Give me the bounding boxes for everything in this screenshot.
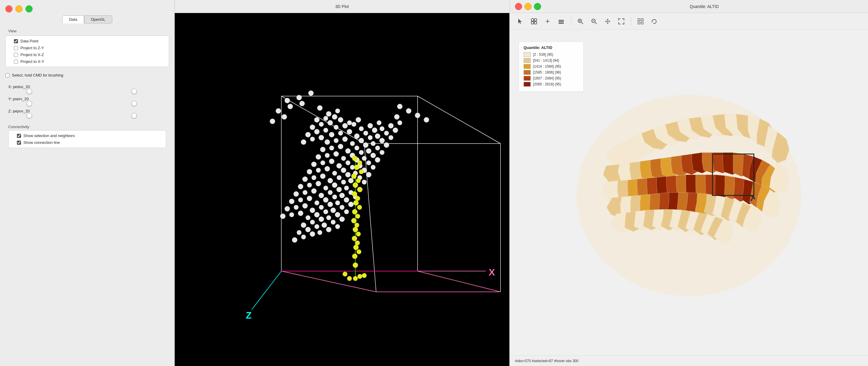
legend-item-0: [2 : 539] (95) (524, 52, 579, 57)
right-minimize-button[interactable] (524, 3, 532, 10)
svg-rect-216 (534, 22, 537, 24)
svg-point-185 (351, 173, 356, 179)
z-slider-right[interactable] (88, 115, 166, 116)
select-icon[interactable] (515, 16, 526, 27)
view-option-project-xy[interactable]: Project to X-Y (6, 58, 169, 65)
svg-point-47 (320, 147, 326, 152)
svg-point-38 (334, 125, 339, 130)
view-checkbox-project-xz[interactable] (14, 53, 18, 57)
connectivity-option-neighbors[interactable]: Show selection and neighbors (8, 132, 166, 139)
legend-item-3: [1585 : 1806] (96) (524, 70, 579, 75)
svg-point-24 (323, 116, 328, 121)
svg-point-111 (319, 205, 324, 210)
right-maximize-button[interactable] (534, 3, 541, 10)
legend-swatch-0 (524, 52, 531, 57)
svg-point-63 (307, 183, 312, 188)
grid-icon[interactable] (635, 16, 646, 27)
maximize-button[interactable] (26, 5, 33, 12)
view-option-project-zy[interactable]: Project to Z-Y (6, 45, 169, 51)
z-slider-left[interactable] (8, 115, 87, 116)
tab-opengl[interactable]: OpenGL (84, 16, 112, 23)
legend-range-4: [1807 : 2084] (95) (533, 76, 561, 80)
svg-line-221 (581, 22, 583, 24)
y-slider-left[interactable] (8, 103, 87, 104)
svg-point-60 (312, 175, 316, 180)
svg-point-49 (338, 144, 343, 149)
map-content[interactable]: Quantile: ALTID [2 : 539] (95) [541 : 14… (510, 30, 868, 355)
refresh-icon[interactable] (649, 16, 659, 27)
svg-marker-228 (607, 23, 609, 24)
tabs-row: Data OpenGL (0, 16, 175, 27)
window-controls (0, 0, 175, 16)
select-checkbox[interactable] (5, 73, 9, 77)
svg-rect-214 (534, 19, 537, 21)
svg-point-108 (323, 197, 329, 203)
svg-point-124 (310, 231, 315, 237)
svg-point-56 (307, 169, 312, 174)
svg-rect-232 (638, 19, 640, 21)
svg-point-86 (345, 148, 351, 153)
x-slider-right[interactable] (88, 91, 166, 92)
pan-icon[interactable] (602, 16, 613, 27)
zoom-in-icon[interactable] (575, 16, 586, 27)
svg-marker-229 (605, 21, 607, 22)
svg-point-161 (327, 215, 331, 220)
svg-point-110 (310, 207, 315, 213)
svg-point-29 (305, 132, 311, 137)
svg-point-22 (335, 109, 340, 113)
zoom-out-icon[interactable] (589, 16, 599, 27)
svg-point-103 (341, 180, 346, 185)
plot-area[interactable]: Z X (175, 13, 509, 366)
legend-range-0: [2 : 539] (95) (533, 53, 553, 57)
svg-point-142 (375, 157, 380, 163)
view-option-project-xz[interactable]: Project to X-Z (6, 51, 169, 58)
svg-point-202 (355, 214, 360, 219)
svg-point-33 (310, 137, 315, 141)
select-cmd-brushing[interactable]: Select, hold CMD for brushing (0, 72, 175, 79)
svg-point-176 (270, 119, 275, 124)
view-option-datapoint[interactable]: Data Point (6, 38, 169, 45)
view-checkbox-project-zy[interactable] (14, 46, 18, 50)
svg-point-123 (301, 234, 306, 240)
view-section-label: View (0, 27, 175, 34)
connectivity-checkbox-connection[interactable] (17, 141, 21, 145)
y-slider-label: Y: pserv_20 (8, 97, 166, 101)
svg-point-148 (366, 172, 371, 177)
svg-point-126 (388, 123, 394, 129)
select-label: Select, hold CMD for brushing (12, 73, 63, 77)
svg-point-203 (354, 223, 359, 227)
x-slider-left[interactable] (8, 91, 87, 92)
close-button[interactable] (5, 5, 12, 12)
svg-point-211 (362, 273, 367, 278)
svg-point-26 (310, 124, 315, 130)
svg-point-91 (359, 150, 364, 155)
svg-point-128 (375, 134, 380, 139)
center-title: 3D Plot (335, 4, 349, 9)
add-icon[interactable]: + (542, 16, 553, 27)
svg-point-39 (342, 123, 348, 129)
lasso-icon[interactable] (529, 16, 539, 27)
svg-point-170 (285, 98, 290, 103)
svg-point-28 (328, 120, 333, 125)
svg-rect-215 (531, 22, 534, 24)
connectivity-option-connection[interactable]: Show connection line (8, 139, 166, 146)
right-close-button[interactable] (515, 3, 522, 10)
svg-point-70 (307, 196, 312, 201)
svg-point-190 (351, 218, 356, 223)
fit-icon[interactable] (616, 16, 627, 27)
svg-point-102 (332, 182, 337, 188)
layers-icon[interactable] (556, 16, 566, 27)
y-slider-right[interactable] (88, 103, 166, 104)
svg-point-139 (380, 150, 384, 155)
svg-point-89 (341, 156, 346, 161)
connectivity-checkbox-neighbors[interactable] (17, 134, 21, 138)
tab-data[interactable]: Data (62, 16, 84, 23)
svg-rect-235 (641, 22, 643, 24)
left-panel: Data OpenGL View Data Point Project to Z… (0, 0, 175, 366)
svg-point-66 (303, 190, 307, 195)
view-checkbox-datapoint[interactable] (14, 39, 18, 43)
view-checkbox-project-xy[interactable] (14, 60, 18, 64)
svg-point-137 (362, 156, 367, 161)
minimize-button[interactable] (16, 5, 23, 12)
svg-point-40 (351, 122, 356, 126)
